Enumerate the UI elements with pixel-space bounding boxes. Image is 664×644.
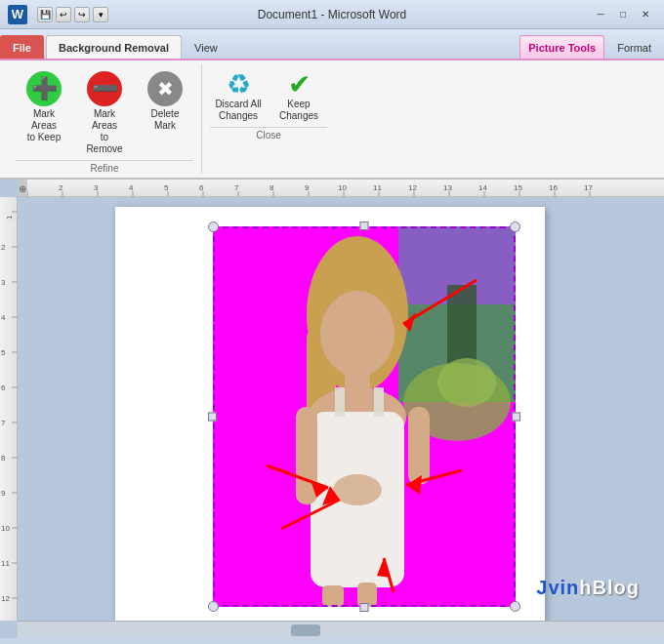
svg-text:9: 9 [305,183,310,192]
picture-tools-label: Picture Tools [519,35,604,59]
mark-remove-icon: ➖ [87,71,122,106]
svg-text:12: 12 [1,594,10,603]
svg-point-69 [437,358,496,407]
save-btn[interactable]: 💾 [37,7,53,22]
svg-rect-79 [322,585,344,607]
svg-text:5: 5 [1,348,6,357]
undo-btn[interactable]: ↩ [56,7,71,22]
handle-tm[interactable] [360,221,369,230]
svg-text:11: 11 [373,183,382,192]
svg-text:16: 16 [549,183,558,192]
svg-text:1: 1 [5,215,14,220]
svg-text:⊕: ⊕ [19,183,26,194]
discard-label: Discard AllChanges [215,99,261,122]
svg-text:9: 9 [1,489,6,498]
svg-text:8: 8 [1,454,6,463]
quick-access-more[interactable]: ▾ [93,7,108,22]
refine-group-label: Refine [16,160,193,174]
svg-text:2: 2 [1,243,6,252]
svg-text:17: 17 [584,183,593,192]
svg-text:14: 14 [478,183,487,192]
svg-rect-82 [374,387,384,417]
ribbon: File Background Removal View Picture Too… [0,29,664,180]
delete-mark-button[interactable]: ✖ DeleteMark [137,68,193,135]
page [115,207,545,621]
tab-file[interactable]: File [0,35,44,59]
svg-text:3: 3 [1,278,6,287]
minimize-button[interactable]: ─ [590,5,611,24]
mark-areas-remove-button[interactable]: ➖ Mark Areasto Remove [76,68,133,158]
tab-format[interactable]: Format [604,35,664,59]
handle-bm[interactable] [360,603,369,612]
svg-text:8: 8 [270,183,274,192]
mark-remove-label: Mark Areasto Remove [81,108,128,155]
close-buttons: ♻ Discard AllChanges ✔ KeepChanges [210,64,327,125]
ribbon-group-refine: ➕ Mark Areasto Keep ➖ Mark Areasto Remov… [8,64,202,174]
handle-br[interactable] [510,601,520,612]
tab-view[interactable]: View [182,35,230,59]
discard-all-changes-button[interactable]: ♻ Discard AllChanges [210,68,267,125]
window-controls: ─ □ ✕ [590,5,656,24]
document-area: 1 2 3 4 5 6 7 8 9 10 11 12 13 1 [0,180,664,638]
svg-text:12: 12 [408,183,417,192]
svg-text:5: 5 [164,183,169,192]
watermark-white: h [579,577,592,598]
image-svg [213,226,516,607]
ruler-top-svg: 1 2 3 4 5 6 7 8 9 10 11 12 13 1 [18,180,664,197]
svg-rect-37 [0,197,18,621]
ruler-left: 1 2 3 4 5 6 7 8 9 10 11 12 [0,197,18,621]
scrollbar-thumb[interactable] [291,624,320,636]
svg-text:7: 7 [234,183,239,192]
mark-keep-icon: ➕ [26,71,62,106]
svg-text:4: 4 [1,313,6,322]
svg-text:4: 4 [129,183,134,192]
svg-text:15: 15 [514,183,522,192]
svg-point-72 [320,291,394,377]
discard-icon: ♻ [227,71,251,99]
scrollbar-horizontal[interactable] [18,621,664,638]
svg-text:7: 7 [1,419,6,427]
svg-text:6: 6 [1,383,6,392]
refine-buttons: ➕ Mark Areasto Keep ➖ Mark Areasto Remov… [16,64,193,158]
handle-mr[interactable] [512,413,520,422]
svg-text:2: 2 [59,183,63,192]
title-bar: W 💾 ↩ ↪ ▾ Document1 - Microsoft Word ─ □… [0,0,664,29]
redo-btn[interactable]: ↪ [74,7,90,22]
quick-access-toolbar: 💾 ↩ ↪ ▾ [37,7,108,22]
ruler-top: 1 2 3 4 5 6 7 8 9 10 11 12 13 1 [18,180,664,197]
ribbon-content: ➕ Mark Areasto Keep ➖ Mark Areasto Remov… [0,59,664,178]
keep-label: KeepChanges [279,99,318,122]
close-group-label: Close [210,127,327,141]
svg-text:10: 10 [338,183,347,192]
tab-background-removal[interactable]: Background Removal [46,35,182,59]
word-icon: W [8,5,27,24]
svg-rect-81 [335,387,345,417]
watermark: JvinhBlog [536,577,640,599]
mark-keep-label: Mark Areasto Keep [21,108,67,143]
mark-areas-keep-button[interactable]: ➕ Mark Areasto Keep [16,68,72,146]
svg-rect-77 [408,407,430,485]
keep-changes-button[interactable]: ✔ KeepChanges [270,68,327,125]
maximize-button[interactable]: □ [612,5,634,24]
title-bar-left: W 💾 ↩ ↪ ▾ [8,5,108,24]
svg-text:10: 10 [1,524,10,533]
ribbon-group-close: ♻ Discard AllChanges ✔ KeepChanges Close [202,64,335,141]
keep-icon: ✔ [288,71,311,99]
close-button[interactable]: ✕ [635,5,656,24]
handle-bl[interactable] [208,601,219,612]
canvas-area [18,197,664,621]
handle-tr[interactable] [510,221,520,232]
handle-tl[interactable] [208,221,219,232]
svg-text:13: 13 [443,183,452,192]
svg-text:11: 11 [1,559,10,568]
image-container[interactable] [213,226,516,607]
ruler-left-svg: 1 2 3 4 5 6 7 8 9 10 11 12 [0,197,18,621]
handle-ml[interactable] [208,413,217,422]
delete-mark-label: DeleteMark [151,108,180,132]
window-title: Document1 - Microsoft Word [258,8,407,21]
delete-mark-icon: ✖ [147,71,183,106]
svg-text:6: 6 [199,183,204,192]
watermark-blog: Blog [593,577,640,598]
watermark-blue: Jvin [536,577,579,598]
svg-text:3: 3 [94,183,99,192]
